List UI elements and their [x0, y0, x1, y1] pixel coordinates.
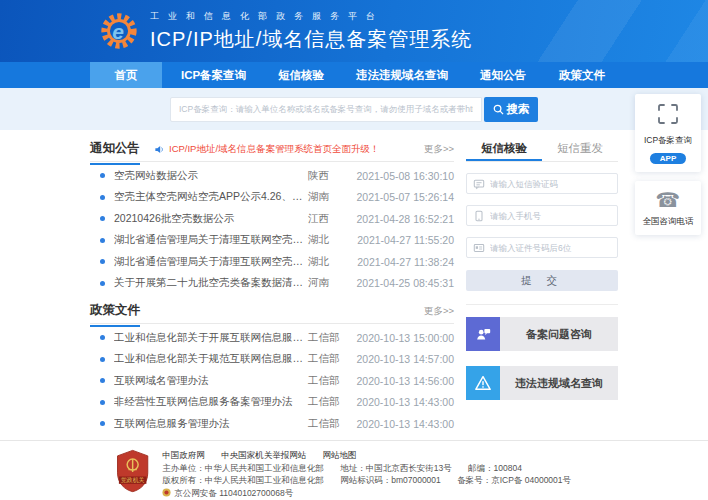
policy-time: 2020-10-13 14:43:00: [350, 418, 454, 430]
policy-row: 非经营性互联网信息服务备案管理办法 工信部 2020-10-13 14:43:0…: [90, 392, 454, 414]
main-content: 通知公告 ICP/IP地址/域名信息备案管理系统首页全面升级！ 更多>> 空壳网…: [0, 130, 708, 440]
side-widgets: ICP备案查询 APP ☎ 全国咨询电话: [635, 94, 701, 244]
bullet-dot-icon: [100, 378, 105, 383]
nav-item-icp-query[interactable]: ICP备案查询: [169, 62, 258, 88]
phone-icon: [473, 210, 485, 222]
bullet-dot-icon: [100, 281, 105, 286]
bullet-dot-icon: [100, 259, 105, 264]
police-badge-icon: [162, 488, 171, 497]
policy-link[interactable]: 非经营性互联网信息服务备案管理办法: [114, 395, 308, 409]
policy-source: 工信部: [308, 417, 350, 431]
footer: 党政机关 中国政府网 中央国家机关举报网站 网站地图 主办单位：中华人民共和国工…: [0, 440, 708, 500]
notice-row: 湖北省通信管理局关于清理互联网空壳网站/空壳主体的公示 湖北 2021-04-2…: [90, 230, 454, 252]
sms-code-icon: [473, 178, 485, 190]
id-number-input[interactable]: [490, 243, 611, 253]
tab-sms-verify[interactable]: 短信核验: [466, 138, 542, 161]
search-input[interactable]: [170, 97, 482, 122]
notice-time: 2021-04-27 11:55:20: [350, 234, 454, 246]
policy-link[interactable]: 互联网信息服务管理办法: [114, 417, 308, 431]
telephone-icon: ☎: [638, 189, 698, 211]
policies-header: 政策文件 更多>>: [90, 300, 454, 324]
footer-link-govcn[interactable]: 中国政府网: [162, 450, 205, 460]
sms-code-field[interactable]: [466, 173, 618, 194]
svg-text:e: e: [112, 20, 124, 43]
hotline-title: 全国咨询电话: [638, 216, 698, 228]
phone-input[interactable]: [490, 211, 611, 221]
bullet-dot-icon: [100, 173, 105, 178]
notice-link[interactable]: 湖北省通信管理局关于清理互联网空壳网站/空壳主体的公示: [114, 233, 308, 247]
notice-row: 空壳主体空壳网站空壳APP公示4.26、空壳主体空壳网站空壳 湖南 2021-0…: [90, 187, 454, 209]
notice-region: 湖北: [308, 233, 350, 247]
platform-subtitle: 工业和信息化部政务服务平台: [150, 10, 472, 23]
policy-time: 2020-10-13 14:57:00: [350, 353, 454, 365]
submit-button[interactable]: 提 交: [466, 270, 618, 291]
notices-more-link[interactable]: 更多>>: [424, 143, 454, 156]
bullet-dot-icon: [100, 216, 105, 221]
notice-region: 湖北: [308, 255, 350, 269]
footer-copyright-line: 版权所有：中华人民共和国工业和信息化部 网站标识码：bm07000001 备案号…: [162, 474, 708, 500]
notices-list: 空壳网站数据公示 陕西 2021-05-08 16:30:10 空壳主体空壳网站…: [90, 162, 454, 294]
left-column: 通知公告 ICP/IP地址/域名信息备案管理系统首页全面升级！ 更多>> 空壳网…: [90, 138, 454, 440]
icp-app-widget[interactable]: ICP备案查询 APP: [635, 94, 701, 172]
nav-item-home[interactable]: 首页: [90, 62, 162, 88]
notice-link[interactable]: 20210426批空壳数据公示: [114, 212, 308, 226]
notice-row: 关于开展第二十九批空壳类备案数据清理工作的通知 河南 2021-04-25 08…: [90, 273, 454, 295]
announcement-banner[interactable]: ICP/IP地址/域名信息备案管理系统首页全面升级！: [154, 143, 380, 156]
notice-link[interactable]: 空壳网站数据公示: [114, 169, 308, 183]
id-card-icon: [473, 242, 485, 254]
bullet-dot-icon: [100, 400, 105, 405]
sms-code-input[interactable]: [490, 179, 611, 189]
footer-copyright: 版权所有：中华人民共和国工业和信息化部: [162, 475, 324, 485]
policy-link[interactable]: 工业和信息化部关于开展互联网信息服务备案用户真实身份信息电: [114, 331, 308, 345]
icp-app-title: ICP备案查询: [638, 135, 698, 147]
illegal-domain-label: 违法违规域名查询: [500, 366, 618, 400]
id-number-field[interactable]: [466, 237, 618, 258]
notice-time: 2021-05-08 16:30:10: [350, 170, 454, 182]
policies-more-link[interactable]: 更多>>: [424, 305, 454, 318]
footer-link-sitemap[interactable]: 网站地图: [323, 450, 357, 460]
hotline-widget[interactable]: ☎ 全国咨询电话: [635, 181, 701, 235]
top-banner: e 工业和信息化部政务服务平台 ICP/IP地址/域名信息备案管理系统: [0, 0, 708, 62]
notice-link[interactable]: 关于开展第二十九批空壳类备案数据清理工作的通知: [114, 276, 308, 290]
policy-source: 工信部: [308, 352, 350, 366]
notice-row: 20210426批空壳数据公示 江西 2021-04-28 16:52:21: [90, 208, 454, 230]
footer-police-number[interactable]: 京公网安备 11040102700068号: [174, 487, 293, 500]
nav-item-notices[interactable]: 通知公告: [467, 62, 539, 88]
consult-icon: [466, 317, 500, 351]
footer-links: 中国政府网 中央国家机关举报网站 网站地图: [162, 449, 708, 462]
policy-source: 工信部: [308, 395, 350, 409]
illegal-domain-button[interactable]: 违法违规域名查询: [466, 366, 618, 400]
policy-row: 工业和信息化部关于规范互联网信息服务使用域名的通知 工信部 2020-10-13…: [90, 349, 454, 371]
bullet-dot-icon: [100, 238, 105, 243]
notice-link[interactable]: 湖北省通信管理局关于清理互联网空壳网站/空壳主体的公示: [114, 255, 308, 269]
nav-item-policies[interactable]: 政策文件: [546, 62, 618, 88]
bullet-dot-icon: [100, 357, 105, 362]
nav-item-sms-verify[interactable]: 短信核验: [265, 62, 337, 88]
policy-link[interactable]: 工业和信息化部关于规范互联网信息服务使用域名的通知: [114, 352, 308, 366]
bullet-dot-icon: [100, 335, 105, 340]
search-bar: 搜索: [0, 88, 708, 130]
notice-time: 2021-05-07 15:26:14: [350, 191, 454, 203]
nav-item-illegal-domain[interactable]: 违法违规域名查询: [344, 62, 460, 88]
search-button-label: 搜索: [507, 102, 530, 117]
footer-icp-number: 备案号：京ICP备 04000001号: [457, 475, 571, 485]
notice-link[interactable]: 空壳主体空壳网站空壳APP公示4.26、空壳主体空壳网站空壳: [114, 190, 308, 204]
policy-time: 2020-10-13 15:00:00: [350, 332, 454, 344]
phone-field[interactable]: [466, 205, 618, 226]
speaker-icon: [154, 144, 165, 155]
tab-sms-resend[interactable]: 短信重发: [542, 138, 618, 161]
search-button[interactable]: 搜索: [484, 97, 538, 122]
divider: [466, 304, 618, 305]
policies-title: 政策文件: [90, 302, 140, 327]
policy-link[interactable]: 互联网域名管理办法: [114, 374, 308, 388]
notice-region: 江西: [308, 212, 350, 226]
app-badge: APP: [650, 153, 686, 164]
right-column: 短信核验 短信重发 提 交 备案问题咨询: [466, 138, 618, 440]
policy-time: 2020-10-13 14:56:00: [350, 375, 454, 387]
footer-link-report-site[interactable]: 中央国家机关举报网站: [221, 450, 306, 460]
filing-consult-button[interactable]: 备案问题咨询: [466, 317, 618, 351]
notice-row: 湖北省通信管理局关于清理互联网空壳网站/空壳主体的公示 湖北 2021-04-2…: [90, 251, 454, 273]
sms-tabs: 短信核验 短信重发: [466, 138, 618, 162]
svg-text:党政机关: 党政机关: [121, 476, 145, 484]
notice-region: 陕西: [308, 169, 350, 183]
